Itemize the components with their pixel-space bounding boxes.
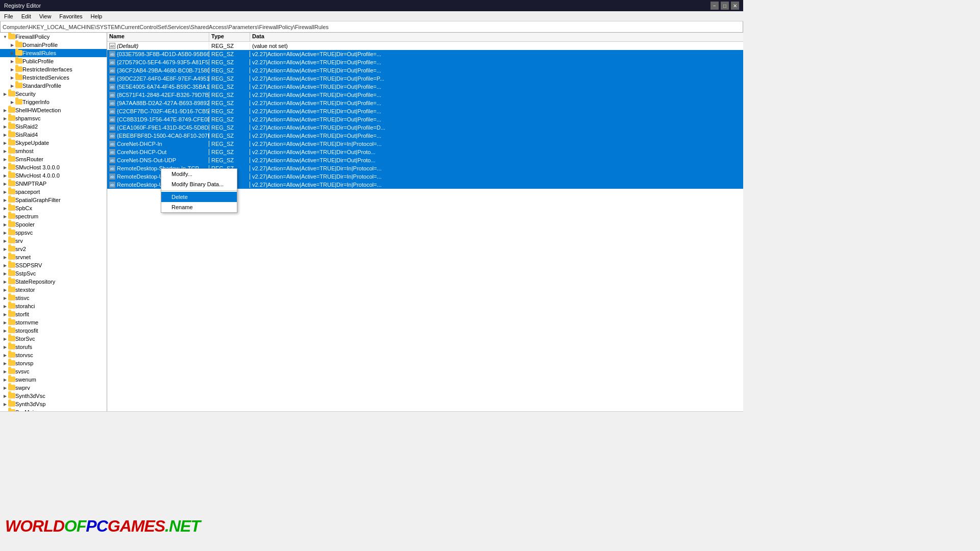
- table-row[interactable]: ab{9A7AA88B-D2A2-427A-B693-898928C2928F}…: [107, 99, 743, 107]
- tree-item[interactable]: ▶storfit: [0, 310, 107, 318]
- tree-item[interactable]: ▶swenum: [0, 375, 107, 384]
- context-menu-separator: [161, 190, 237, 191]
- cell-type: REG_SZ: [209, 59, 250, 65]
- table-body[interactable]: ab(Default)REG_SZ(value not set)ab{033E7…: [107, 42, 743, 411]
- menu-favorites[interactable]: Favorites: [55, 12, 86, 20]
- tree-item[interactable]: ▶stexstor: [0, 286, 107, 294]
- tree-item[interactable]: ▶stornvme: [0, 318, 107, 327]
- tree-item[interactable]: ▶storqosfit: [0, 327, 107, 335]
- reg-value-icon: ab: [109, 43, 115, 49]
- menu-help[interactable]: Help: [87, 12, 107, 20]
- tree-item[interactable]: ▶stisvc: [0, 294, 107, 302]
- tree-item[interactable]: ▶shpamsvc: [0, 114, 107, 122]
- menu-view[interactable]: View: [35, 12, 56, 20]
- tree-item[interactable]: ▼FirewallPolicy: [0, 33, 107, 41]
- tree-item-label: RestrictedInterfaces: [22, 66, 72, 72]
- maximize-button[interactable]: □: [721, 2, 729, 10]
- tree-item[interactable]: ▶spaceport: [0, 188, 107, 196]
- table-row[interactable]: ab{C2CBF7BC-702F-4E41-9D16-7CB5BE38A0E7}…: [107, 107, 743, 115]
- tree-item[interactable]: ▶RestrictedServices: [0, 73, 107, 82]
- tree-item[interactable]: ▶SpatialGraphFilter: [0, 196, 107, 204]
- tree-item[interactable]: ▶DomainProfile: [0, 41, 107, 49]
- folder-icon: [8, 319, 15, 326]
- folder-icon: [15, 74, 22, 81]
- tree-item[interactable]: ▶Spooler: [0, 220, 107, 229]
- table-row[interactable]: ab{39DC22E7-64F0-4E8F-97EF-A49519944884}…: [107, 74, 743, 83]
- tree-item[interactable]: ▶Synth3dVsc: [0, 392, 107, 400]
- table-row[interactable]: ab{EBEBFBF8D-1500-4CA0-8F10-207B748B64F1…: [107, 132, 743, 140]
- tree-item[interactable]: ▶storvsc: [0, 351, 107, 359]
- table-row[interactable]: ab{36CF2AB4-29BA-4680-BC0B-715805CF5245}…: [107, 66, 743, 74]
- cell-name-text: CoreNet-DNS-Out-UDP: [117, 157, 176, 163]
- tree-item[interactable]: ▶SMvcHost 4.0.0.0: [0, 171, 107, 180]
- tree-item[interactable]: ▶StateRepository: [0, 278, 107, 286]
- tree-item[interactable]: ▶Synth3dVsp: [0, 400, 107, 408]
- table-row[interactable]: ab(Default)REG_SZ(value not set): [107, 42, 743, 50]
- close-button[interactable]: ✕: [731, 2, 739, 10]
- reg-value-icon: ab: [109, 141, 115, 147]
- tree-item[interactable]: ▶sppsvc: [0, 229, 107, 237]
- tree-item[interactable]: ▶TriggerInfo: [0, 98, 107, 106]
- tree-item[interactable]: ▶svsvс: [0, 367, 107, 375]
- tree-item[interactable]: ▶RestrictedInterfaces: [0, 65, 107, 73]
- tree-item[interactable]: ▶storahci: [0, 302, 107, 310]
- tree-item[interactable]: ▶SMvcHost 3.0.0.0: [0, 163, 107, 171]
- reg-value-icon: ab: [109, 133, 115, 139]
- tree-item[interactable]: ▶storufs: [0, 343, 107, 351]
- tree-item-label: storahci: [15, 303, 35, 309]
- address-path: Computer\HKEY_LOCAL_MACHINE\SYSTEM\Curre…: [3, 24, 329, 30]
- tree-item[interactable]: ▶SNMPTRAP: [0, 180, 107, 188]
- tree-toggle-icon: ▶: [2, 253, 8, 261]
- tree-item-label: swenum: [15, 377, 36, 383]
- tree-item[interactable]: ▶spectrum: [0, 212, 107, 220]
- tree-item[interactable]: ▶SkypeUpdate: [0, 139, 107, 147]
- tree-toggle-icon: ▶: [2, 188, 8, 196]
- minimize-button[interactable]: −: [710, 2, 719, 10]
- tree-item[interactable]: ▶SisRaid2: [0, 122, 107, 131]
- tree-toggle-icon: ▶: [2, 269, 8, 278]
- table-row[interactable]: ab{27D579C0-5EF4-4679-93F5-A81F5DDD8011}…: [107, 58, 743, 66]
- tree-item[interactable]: ▶Security: [0, 90, 107, 98]
- tree-scroll[interactable]: ▼FirewallPolicy▶DomainProfile▶FirewallRu…: [0, 33, 107, 411]
- tree-item[interactable]: ▶FirewallRules: [0, 49, 107, 57]
- tree-item[interactable]: ▶srv: [0, 237, 107, 245]
- table-row[interactable]: ab{5E5E4005-6A74-4F45-B59C-35BA1DB98D1D}…: [107, 83, 743, 91]
- tree-item[interactable]: ▶srv2: [0, 245, 107, 253]
- tree-item[interactable]: ▶SSDPSRV: [0, 261, 107, 269]
- table-row[interactable]: abCoreNet-DHCP-OutREG_SZv2.27|Action=All…: [107, 148, 743, 156]
- tree-item-label: stornvme: [15, 319, 38, 325]
- menu-edit[interactable]: Edit: [17, 12, 35, 20]
- tree-item[interactable]: ▶ShellHWDetection: [0, 106, 107, 114]
- tree-item-label: smhost: [15, 148, 33, 154]
- tree-item[interactable]: ▶SmsRouter: [0, 155, 107, 163]
- tree-item[interactable]: ▶smhost: [0, 147, 107, 155]
- context-menu-item-modify---[interactable]: Modify...: [161, 169, 237, 179]
- tree-item[interactable]: ▶SpbCx: [0, 204, 107, 212]
- tree-item[interactable]: ▶SysMain: [0, 408, 107, 411]
- tree-item[interactable]: ▶StandardProfile: [0, 82, 107, 90]
- table-row[interactable]: ab{CEA1060F-F9E1-431D-8C45-5D8D85FDA588}…: [107, 123, 743, 132]
- table-row[interactable]: abCoreNet-DNS-Out-UDPREG_SZv2.27|Action=…: [107, 156, 743, 164]
- tree-toggle-icon: ▶: [2, 384, 8, 392]
- tree-item[interactable]: ▶StorSvc: [0, 335, 107, 343]
- table-row[interactable]: abCoreNet-DHCP-InREG_SZv2.27|Action=Allo…: [107, 140, 743, 148]
- context-menu-item-modify-binary-data---[interactable]: Modify Binary Data...: [161, 179, 237, 189]
- tree-item-label: StandardProfile: [22, 83, 61, 89]
- tree-item[interactable]: ▶PublicProfile: [0, 57, 107, 65]
- menu-file[interactable]: File: [0, 12, 17, 20]
- tree-toggle-icon: ▶: [9, 65, 15, 73]
- tree-item-label: spectrum: [15, 213, 38, 219]
- tree-item[interactable]: ▶storvsp: [0, 359, 107, 367]
- tree-item[interactable]: ▶SisRaid4: [0, 131, 107, 139]
- tree-item[interactable]: ▶swprv: [0, 384, 107, 392]
- context-menu-item-rename[interactable]: Rename: [161, 202, 237, 212]
- tree-item[interactable]: ▶srvnet: [0, 253, 107, 261]
- context-menu-item-delete[interactable]: Delete: [161, 192, 237, 202]
- table-row[interactable]: ab{CC8B31D9-1F56-447E-8749-CFE0DCACFFD4}…: [107, 115, 743, 123]
- tree-item[interactable]: ▶SstpSvc: [0, 269, 107, 278]
- table-row[interactable]: ab{033E7598-3F8B-4D1D-A5B0-95B66278DCB}R…: [107, 50, 743, 58]
- cell-data: v2.27|Action=Allow|Active=TRUE|Dir=Out|P…: [250, 100, 743, 106]
- tree-toggle-icon: ▶: [2, 400, 8, 408]
- reg-value-icon: ab: [109, 149, 115, 155]
- table-row[interactable]: ab{8C571F41-2848-42EF-B326-79D7B549D746}…: [107, 91, 743, 99]
